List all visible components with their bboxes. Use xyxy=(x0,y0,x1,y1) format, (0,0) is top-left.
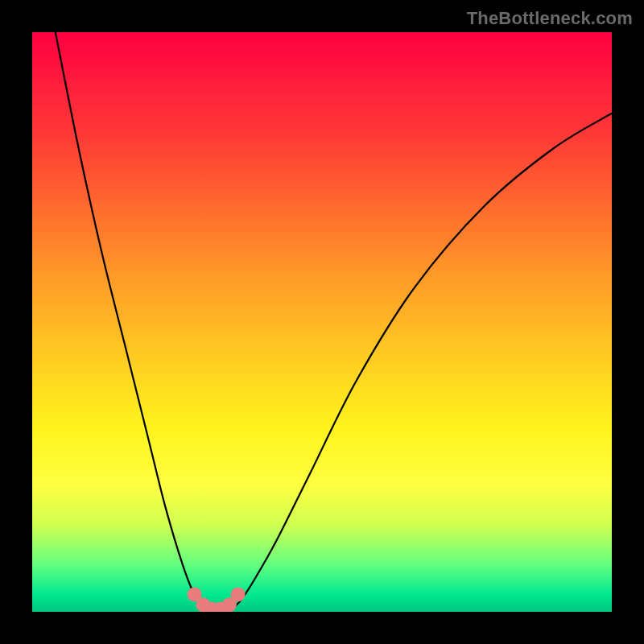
curve-svg xyxy=(32,32,612,612)
data-marker xyxy=(231,587,246,601)
plot-area xyxy=(32,32,612,612)
curve-left-branch xyxy=(56,32,212,612)
chart-frame: TheBottleneck.com xyxy=(0,0,644,644)
watermark-text: TheBottleneck.com xyxy=(467,8,633,29)
curve-right-branch xyxy=(229,114,612,612)
marker-cluster xyxy=(188,587,246,612)
